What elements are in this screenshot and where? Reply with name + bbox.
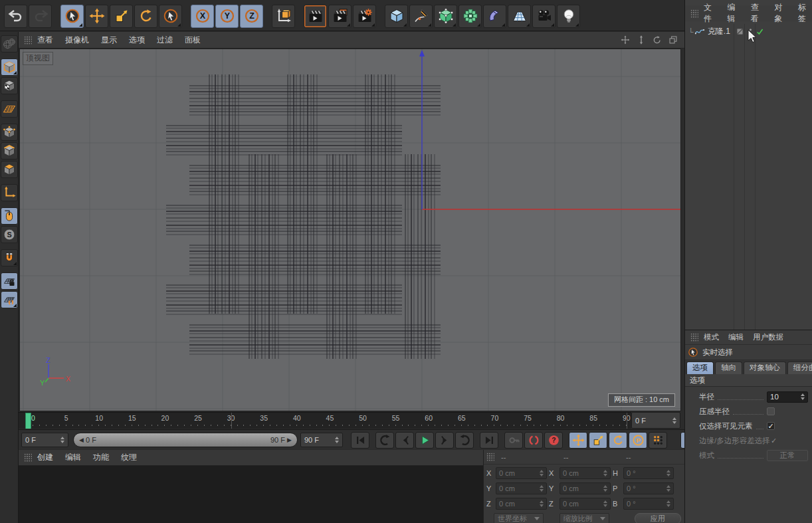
menu-item[interactable]: 模式 [704,332,719,342]
scale-y-field[interactable]: 0 cm [559,482,611,494]
scale-z-field[interactable]: 0 cm [559,498,611,510]
menu-item[interactable]: 显示 [101,35,117,46]
pan-view-icon[interactable] [620,35,630,45]
edges-mode-button[interactable] [1,142,18,159]
snap-settings-button[interactable]: S [1,226,18,243]
workplane-grid-button[interactable] [1,100,18,118]
selection-button[interactable] [159,5,182,28]
apply-button[interactable]: 应用 [635,513,681,523]
polygons-mode-button[interactable] [1,161,18,178]
goto-end-button[interactable] [480,432,498,449]
next-frame-button[interactable] [435,432,454,449]
menu-item[interactable]: 创建 [37,452,53,463]
zoom-view-icon[interactable] [636,35,646,45]
viewport-view-label[interactable]: 顶视图 [23,52,53,65]
coord-system-dropdown[interactable]: 世界坐标 [494,513,544,523]
menu-item[interactable]: 标签 [798,2,812,25]
enable-axis-button[interactable] [1,184,18,201]
key-rotation-button[interactable] [609,432,627,449]
add-light-button[interactable] [557,5,580,28]
range-right-arrow-icon[interactable]: ▶ [287,437,292,443]
viewport-solo-button[interactable] [1,207,18,225]
render-picture-viewer-button[interactable] [328,5,352,28]
menu-item[interactable]: 功能 [93,452,109,463]
position-z-field[interactable]: 0 cm [496,498,547,510]
previous-frame-button[interactable] [395,432,414,449]
menu-item[interactable]: 过滤 [157,35,173,46]
key-scale-button[interactable] [589,432,607,449]
live-selection-button[interactable] [60,5,84,28]
options-section-header[interactable]: 选项 [685,374,812,387]
menu-item[interactable]: 面板 [185,35,201,46]
panel-grip-icon[interactable] [486,453,494,461]
pressure-radius-checkbox[interactable] [767,407,775,415]
tab-subdivision[interactable]: 细分曲面 [787,362,812,374]
tab-options[interactable]: 选项 [686,362,714,374]
panel-grip-icon[interactable] [690,333,698,342]
menu-item[interactable]: 编辑 [728,332,744,342]
points-mode-button[interactable] [1,124,18,141]
model-mode-button[interactable] [1,58,18,76]
timeline-range-slider[interactable]: ◀ 0 F 90 F ▶ [73,433,298,447]
add-floor-button[interactable] [508,5,531,28]
tab-object-axis[interactable]: 对象轴心 [744,362,786,374]
axis-x-button[interactable]: X [191,5,214,28]
menu-item[interactable]: 查看 [37,35,53,46]
add-spline-button[interactable] [409,5,433,28]
coord-system-button[interactable] [272,5,295,28]
key-position-button[interactable] [569,432,587,449]
menu-item[interactable]: 查看 [751,2,765,25]
scale-x-field[interactable]: 0 cm [559,467,611,479]
menu-item[interactable]: 纹理 [121,452,137,463]
make-editable-button[interactable] [1,35,18,52]
record-keyframe-button[interactable] [504,432,523,449]
scale-button[interactable] [110,5,133,28]
range-left-arrow-icon[interactable]: ◀ [79,437,84,443]
axis-z-button[interactable]: Z [240,5,263,28]
goto-start-button[interactable] [351,432,369,449]
add-cube-button[interactable] [385,5,408,28]
key-parameter-button[interactable]: P [629,432,647,449]
rotation-b-field[interactable]: 0 ° [623,498,674,510]
rotation-p-field[interactable]: 0 ° [623,482,674,494]
menu-item[interactable]: 编辑 [65,452,81,463]
layer-chip-icon[interactable] [734,26,746,37]
spline-object-icon[interactable] [694,26,706,37]
autokey-button[interactable] [524,432,543,449]
workplane-button[interactable] [1,291,18,308]
visible-only-checkbox[interactable]: ✓ [767,422,775,430]
menu-item[interactable]: 编辑 [727,2,741,25]
render-settings-button[interactable] [353,5,376,28]
redo-button[interactable] [29,5,52,28]
scale-mode-dropdown[interactable]: 缩放比例 [559,513,609,523]
object-name[interactable]: 克隆.1 [708,26,730,37]
menu-item[interactable]: 对象 [774,2,788,25]
range-start-field[interactable]: 0 F [21,433,68,447]
snap-magnet-button[interactable] [1,249,18,266]
position-y-field[interactable]: 0 cm [496,482,547,494]
rotate-view-icon[interactable] [652,35,662,45]
panel-grip-icon[interactable] [24,36,32,45]
add-array-button[interactable] [458,5,482,28]
axis-y-button[interactable]: Y [215,5,239,28]
timeline-ruler[interactable]: 051015202530354045505560657075808590 [19,412,631,429]
menu-item[interactable]: 摄像机 [65,35,89,46]
viewport-canvas[interactable]: 顶视图 Z X Y 网格间距 : 10 cm [20,49,680,411]
key-pla-button[interactable] [649,432,667,449]
add-subdivision-button[interactable] [434,5,457,28]
timeline-playhead[interactable] [25,413,31,429]
texture-mode-button[interactable] [1,77,18,94]
rotate-button[interactable] [134,5,157,28]
current-frame-stepper[interactable] [670,417,676,424]
lock-workplane-button[interactable] [1,272,18,290]
menu-item[interactable]: 文件 [704,2,718,25]
position-x-field[interactable]: 0 cm [496,467,547,479]
undo-button[interactable] [4,5,27,28]
tab-axis[interactable]: 轴向 [715,362,742,374]
menu-item[interactable]: 选项 [129,35,145,46]
current-frame-field[interactable]: 0 F [631,412,680,429]
add-camera-button[interactable] [532,5,556,28]
play-backwards-button[interactable] [375,432,394,449]
play-button[interactable] [415,432,434,449]
panel-grip-icon[interactable] [690,9,698,18]
